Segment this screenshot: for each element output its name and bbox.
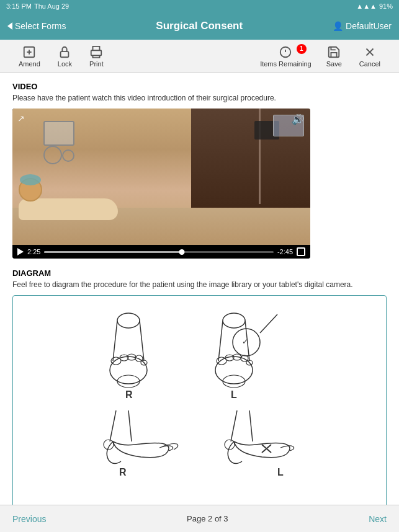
toolbar: Amend Lock Print 1 Items Remaining (0, 40, 399, 73)
chevron-left-icon (7, 22, 12, 30)
content-area: VIDEO Please have the patient watch this… (0, 73, 399, 505)
svg-point-19 (117, 375, 140, 388)
diagram-section: DIAGRAM Feel free to diagram the procedu… (12, 268, 387, 505)
video-link-icon: ↗ (17, 113, 25, 123)
save-label: Save (326, 60, 342, 68)
video-section: VIDEO Please have the patient watch this… (12, 82, 387, 259)
items-remaining-label: Items Remaining (260, 60, 312, 68)
cancel-icon (363, 45, 377, 59)
current-time: 2:25 (27, 248, 40, 255)
amend-button[interactable]: Amend (10, 43, 49, 70)
svg-line-36 (128, 410, 132, 441)
video-description: Please have the patient watch this video… (12, 94, 387, 102)
user-info: 👤 DefaultUser (333, 21, 392, 31)
back-label: Select Forms (15, 21, 66, 31)
video-controls[interactable]: 2:25 -2:45 (12, 245, 310, 259)
print-label: Print (89, 60, 104, 68)
svg-line-22 (218, 321, 223, 361)
user-label: DefaultUser (346, 21, 392, 31)
svg-line-12 (140, 321, 144, 361)
diagram-box[interactable]: R (12, 295, 387, 505)
svg-text:R: R (119, 467, 127, 477)
save-icon (327, 45, 341, 59)
svg-point-10 (117, 313, 140, 328)
volume-icon: 🔊 (292, 113, 304, 125)
top-nav: Select Forms Surgical Consent 👤 DefaultU… (0, 12, 399, 40)
previous-button[interactable]: Previous (12, 514, 46, 524)
diagram-image: R (51, 302, 349, 505)
page-info: Page 2 of 3 (187, 514, 228, 523)
play-button[interactable] (17, 248, 24, 255)
video-thumbnail: 🔊 ↗ (12, 109, 310, 245)
video-frame (12, 109, 310, 245)
cancel-button[interactable]: Cancel (351, 43, 389, 70)
svg-line-35 (110, 410, 116, 441)
progress-fill (44, 251, 182, 253)
items-remaining-button[interactable]: 1 Items Remaining (254, 43, 318, 70)
bottom-bar: Previous Page 2 of 3 Next (0, 505, 399, 532)
svg-line-39 (231, 410, 237, 441)
svg-text:R: R (125, 389, 133, 400)
fullscreen-button[interactable] (297, 247, 305, 256)
progress-thumb (179, 249, 185, 255)
lock-button[interactable]: Lock (49, 43, 81, 70)
back-button[interactable]: Select Forms (7, 21, 66, 31)
video-player[interactable]: 🔊 ↗ 2:25 -2:45 (12, 109, 310, 259)
user-icon: 👤 (333, 21, 343, 31)
day: Thu Aug 29 (34, 2, 69, 10)
page-title: Surgical Consent (156, 20, 243, 32)
lock-icon (58, 45, 71, 59)
diagram-title: DIAGRAM (12, 268, 387, 278)
items-remaining-icon (279, 45, 292, 59)
toolbar-right: 1 Items Remaining Save Cancel (254, 43, 389, 70)
progress-bar[interactable] (44, 251, 274, 253)
svg-line-32 (260, 314, 277, 333)
diagram-description: Feel free to diagram the procedure for t… (12, 280, 387, 289)
svg-rect-3 (61, 51, 69, 57)
amend-icon (22, 45, 36, 59)
video-hair-cap (20, 174, 41, 185)
amend-label: Amend (19, 60, 40, 68)
signal-icon: ▲▲▲ (356, 2, 377, 10)
svg-line-40 (249, 410, 253, 441)
status-right: ▲▲▲ 91% (356, 2, 393, 10)
svg-text:L: L (231, 389, 237, 400)
svg-point-21 (223, 313, 245, 328)
total-time: -2:45 (277, 248, 293, 255)
time: 3:15 PM (6, 2, 32, 10)
svg-text:✓: ✓ (242, 337, 248, 346)
video-wheelchair (43, 121, 78, 164)
svg-rect-4 (91, 50, 102, 55)
svg-line-11 (113, 321, 117, 361)
cancel-label: Cancel (359, 60, 380, 68)
status-bar: 3:15 PM Thu Aug 29 ▲▲▲ 91% (0, 0, 399, 12)
items-remaining-badge: 1 (297, 44, 307, 54)
print-button[interactable]: Print (81, 43, 112, 70)
video-title: VIDEO (12, 82, 387, 91)
svg-text:L: L (277, 467, 284, 477)
video-patient-body (19, 198, 118, 220)
print-icon (89, 45, 103, 59)
save-button[interactable]: Save (318, 43, 351, 70)
status-left: 3:15 PM Thu Aug 29 (6, 2, 69, 10)
battery: 91% (379, 2, 393, 10)
next-button[interactable]: Next (369, 514, 387, 524)
svg-point-30 (223, 375, 245, 388)
lock-label: Lock (58, 60, 72, 68)
